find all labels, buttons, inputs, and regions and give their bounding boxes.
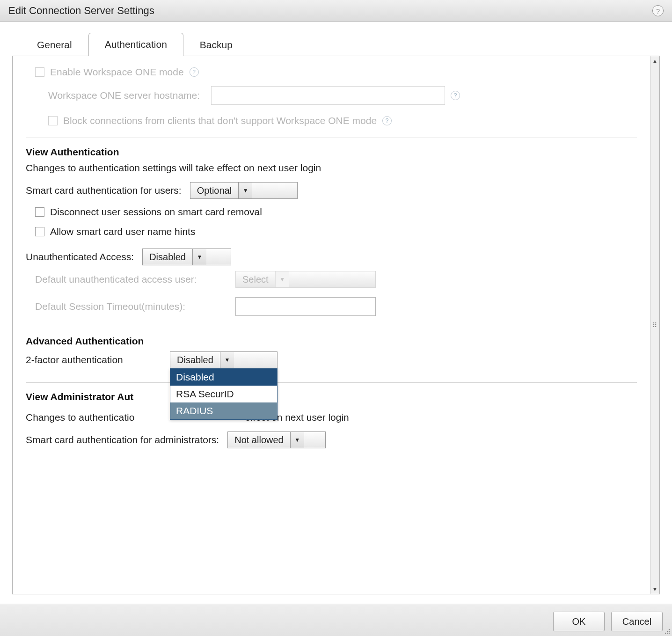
svg-point-0: [669, 629, 670, 630]
resize-handle-icon[interactable]: [663, 627, 671, 635]
chevron-down-icon: ▼: [192, 249, 206, 265]
scroll-down-icon[interactable]: ▼: [652, 585, 657, 594]
svg-point-5: [669, 633, 670, 634]
checkbox-disconnect-smartcard[interactable]: [35, 207, 44, 217]
label-default-unauth-user: Default unauthenticated access user:: [35, 273, 222, 286]
dropdown-two-factor: Disabled RSA SecurID RADIUS: [170, 368, 278, 420]
select-smartcard-admins[interactable]: Not allowed ▼: [227, 431, 326, 448]
ok-button[interactable]: OK: [553, 612, 605, 631]
select-smartcard-users[interactable]: Optional ▼: [190, 182, 298, 199]
label-enable-workspace-one: Enable Workspace ONE mode: [50, 66, 184, 78]
svg-point-1: [667, 631, 668, 632]
label-unauth-access: Unauthenticated Access:: [26, 251, 134, 263]
select-value: Select: [236, 271, 275, 287]
cancel-button[interactable]: Cancel: [611, 612, 663, 631]
select-value: Optional: [190, 183, 239, 198]
help-icon[interactable]: ?: [382, 116, 392, 125]
tab-backup[interactable]: Backup: [183, 33, 249, 56]
scroll-content: Enable Workspace ONE mode ? Workspace ON…: [13, 56, 650, 594]
chevron-down-icon: ▼: [275, 271, 289, 287]
select-value: Disabled: [143, 249, 192, 265]
label-smartcard-users: Smart card authentication for users:: [26, 185, 182, 196]
svg-point-2: [669, 631, 670, 632]
desc-view-auth: Changes to authentication settings will …: [26, 162, 637, 174]
select-value: Not allowed: [228, 432, 290, 448]
dialog-footer: OK Cancel: [0, 604, 672, 636]
chevron-down-icon: ▼: [220, 352, 234, 368]
desc-admin-auth-prefix: Changes to authenticatio: [26, 412, 134, 423]
label-block-clients: Block connections from clients that don'…: [63, 115, 377, 126]
option-disabled[interactable]: Disabled: [170, 369, 277, 386]
label-smartcard-admins: Smart card authentication for administra…: [26, 434, 219, 446]
help-icon[interactable]: ?: [190, 67, 199, 77]
help-icon[interactable]: ?: [652, 5, 664, 16]
select-default-unauth-user[interactable]: Select ▼: [235, 271, 376, 288]
heading-view-auth: View Authentication: [26, 146, 637, 158]
input-workspace-one-hostname[interactable]: [211, 86, 445, 105]
svg-point-4: [667, 633, 668, 634]
input-session-timeout[interactable]: [235, 297, 376, 316]
divider: [26, 138, 637, 138]
checkbox-enable-workspace-one[interactable]: [35, 67, 44, 77]
select-unauth-access[interactable]: Disabled ▼: [142, 249, 231, 265]
dialog-title: Edit Connection Server Settings: [8, 5, 154, 17]
scroll-grip-icon[interactable]: ⠿: [652, 322, 658, 329]
vertical-scrollbar[interactable]: ▲ ⠿ ▼: [650, 56, 659, 594]
label-smartcard-hints: Allow smart card user name hints: [50, 226, 195, 237]
chevron-down-icon: ▼: [290, 432, 304, 448]
tab-pane: Enable Workspace ONE mode ? Workspace ON…: [12, 56, 660, 594]
select-value: Disabled: [170, 352, 220, 368]
label-two-factor: 2-factor authentication: [26, 354, 161, 366]
option-rsa-securid[interactable]: RSA SecurID: [170, 386, 277, 402]
help-icon[interactable]: ?: [451, 91, 460, 100]
tab-general[interactable]: General: [21, 33, 88, 56]
checkbox-smartcard-hints[interactable]: [35, 227, 44, 236]
label-disconnect-smartcard: Disconnect user sessions on smart card r…: [50, 206, 262, 218]
label-workspace-one-hostname: Workspace ONE server hostname:: [48, 90, 200, 101]
label-session-timeout: Default Session Timeout(minutes):: [35, 300, 222, 313]
scroll-up-icon[interactable]: ▲: [652, 56, 657, 66]
chevron-down-icon: ▼: [238, 183, 252, 198]
heading-admin-auth: View Administrator Aut: [26, 391, 133, 402]
select-two-factor[interactable]: Disabled ▼: [170, 351, 278, 368]
tab-authentication[interactable]: Authentication: [88, 33, 183, 56]
divider: [26, 382, 637, 383]
checkbox-block-clients[interactable]: [48, 116, 58, 125]
option-radius[interactable]: RADIUS: [170, 402, 277, 419]
tab-strip: General Authentication Backup: [21, 32, 660, 56]
svg-point-3: [665, 633, 666, 634]
heading-advanced-auth: Advanced Authentication: [26, 336, 637, 347]
titlebar: Edit Connection Server Settings ?: [0, 0, 672, 22]
